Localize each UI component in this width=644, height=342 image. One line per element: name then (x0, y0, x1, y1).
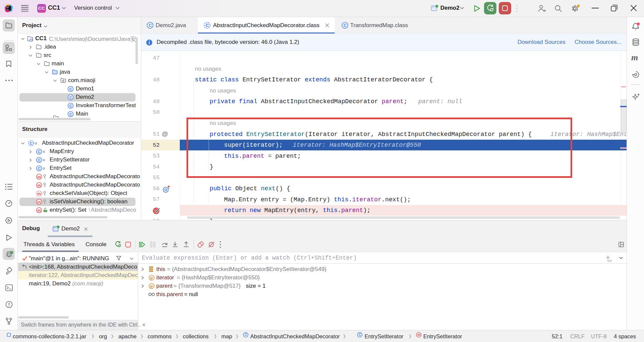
svg-text:C: C (343, 23, 347, 28)
svg-text:C: C (69, 95, 72, 99)
svg-text:m: m (38, 175, 41, 179)
svg-text:m: m (38, 208, 41, 212)
svg-text:p: p (150, 284, 153, 288)
svg-text:C: C (69, 104, 72, 108)
svg-text:C: C (69, 112, 72, 116)
svg-text:C: C (69, 87, 72, 91)
svg-text:C: C (38, 149, 41, 153)
svg-text:m: m (38, 191, 41, 195)
svg-text:p: p (150, 276, 153, 280)
svg-text:C: C (149, 23, 152, 28)
svg-text:C: C (30, 141, 33, 145)
svg-text:IJ: IJ (7, 6, 9, 8)
svg-text:m: m (38, 200, 41, 204)
svg-text:C: C (359, 333, 361, 337)
svg-text:m: m (417, 333, 420, 337)
svg-text:m: m (38, 183, 41, 187)
svg-text:C: C (38, 166, 41, 170)
svg-text:C: C (206, 23, 209, 28)
svg-text:C: C (38, 158, 41, 162)
svg-text:C: C (245, 333, 247, 337)
